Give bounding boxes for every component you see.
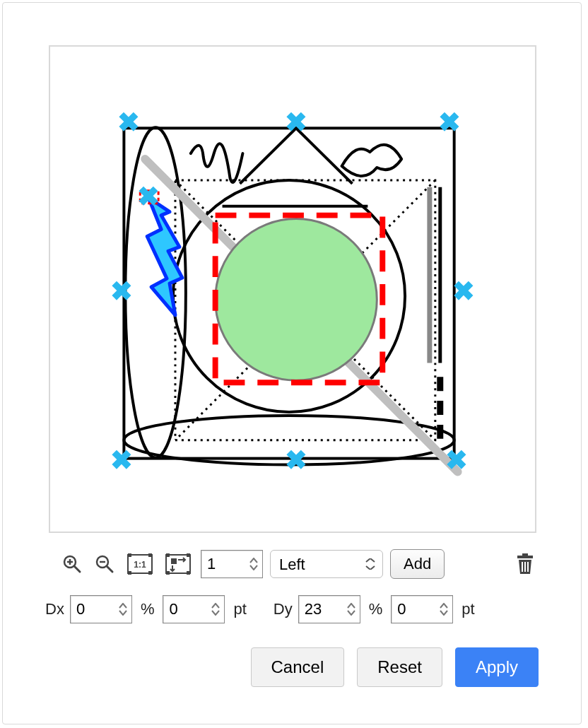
dx-percent-stepper[interactable] — [114, 596, 131, 623]
dialog-button-row: Cancel Reset Apply — [3, 623, 581, 687]
chevron-up-icon — [440, 603, 448, 609]
handle-marker[interactable]: ✖ — [452, 276, 475, 306]
chevron-up-icon — [119, 603, 127, 609]
edit-offsets-dialog: ✖ ✖ ✖ ✖ ✖ ✖ ✖ ✖ ✖ — [2, 2, 582, 724]
dx-pt-input[interactable] — [163, 596, 207, 623]
toolbar: 1:1 Left Add — [3, 546, 581, 582]
dx-percent-input[interactable] — [71, 596, 114, 623]
chevron-up-icon — [211, 603, 220, 609]
dy-percent-spinner[interactable] — [298, 595, 360, 623]
svg-rect-24 — [148, 553, 152, 557]
handle-marker[interactable]: ✖ — [285, 445, 307, 475]
delete-button[interactable] — [512, 550, 539, 578]
chevron-down-icon — [440, 610, 448, 616]
pt-unit-2: pt — [459, 600, 477, 618]
svg-rect-30 — [187, 553, 190, 557]
chevron-down-icon — [211, 610, 220, 616]
chevron-down-icon — [347, 610, 355, 616]
svg-rect-31 — [166, 571, 170, 575]
zoom-fit-button[interactable] — [163, 550, 194, 578]
offset-row: Dx % pt Dy % — [3, 582, 581, 623]
cancel-button[interactable]: Cancel — [251, 647, 345, 687]
handle-marker[interactable]: ✖ — [110, 276, 133, 306]
zoom-in-button[interactable] — [59, 551, 85, 577]
svg-rect-23 — [128, 553, 131, 557]
svg-rect-35 — [522, 553, 528, 556]
svg-rect-29 — [166, 553, 170, 557]
zoom-1to1-icon: 1:1 — [127, 553, 153, 575]
zoom-out-button[interactable] — [92, 551, 117, 577]
percent-unit-2: % — [366, 600, 386, 618]
trash-icon — [514, 553, 536, 575]
chevron-up-icon — [249, 558, 258, 563]
zoom-in-icon — [62, 554, 82, 574]
add-button[interactable]: Add — [390, 549, 445, 579]
count-spinner[interactable] — [201, 550, 263, 578]
chevron-down-icon — [119, 610, 127, 616]
svg-rect-26 — [148, 571, 152, 575]
dy-label: Dy — [274, 600, 293, 618]
svg-point-9 — [216, 219, 377, 381]
handle-marker[interactable]: ✖ — [285, 107, 307, 137]
svg-line-20 — [107, 566, 112, 572]
dx-label: Dx — [45, 600, 64, 618]
dy-percent-input[interactable] — [299, 596, 343, 623]
chevron-up-icon — [347, 603, 355, 609]
svg-rect-33 — [171, 558, 177, 564]
count-stepper[interactable] — [245, 551, 262, 577]
dx-pt-spinner[interactable] — [163, 595, 225, 623]
count-input[interactable] — [201, 551, 245, 577]
preview-svg: ✖ ✖ ✖ ✖ ✖ ✖ ✖ ✖ ✖ — [50, 47, 535, 532]
dy-pt-input[interactable] — [392, 596, 435, 623]
reset-button[interactable]: Reset — [357, 647, 442, 687]
svg-rect-28 — [166, 555, 190, 573]
zoom-fit-icon — [165, 553, 191, 575]
svg-text:1:1: 1:1 — [134, 560, 146, 570]
apply-button[interactable]: Apply — [455, 647, 539, 687]
svg-line-16 — [74, 566, 80, 572]
chevron-down-icon — [249, 565, 258, 570]
position-select[interactable]: Left — [270, 550, 383, 578]
handle-marker[interactable]: ✖ — [137, 182, 160, 211]
handle-marker[interactable]: ✖ — [110, 445, 133, 475]
svg-rect-34 — [517, 556, 533, 558]
svg-rect-32 — [187, 571, 190, 575]
zoom-out-icon — [95, 554, 114, 574]
handle-marker[interactable]: ✖ — [117, 107, 140, 137]
zoom-1to1-button[interactable]: 1:1 — [124, 550, 155, 578]
handle-marker[interactable]: ✖ — [445, 445, 468, 475]
dy-pt-stepper[interactable] — [435, 596, 452, 623]
dy-percent-stepper[interactable] — [343, 596, 360, 623]
handle-marker[interactable]: ✖ — [438, 107, 461, 137]
dx-pt-stepper[interactable] — [207, 596, 224, 623]
dy-pt-spinner[interactable] — [391, 595, 453, 623]
dx-percent-spinner[interactable] — [70, 595, 132, 623]
percent-unit: % — [138, 600, 158, 618]
svg-rect-25 — [128, 571, 131, 575]
preview-canvas[interactable]: ✖ ✖ ✖ ✖ ✖ ✖ ✖ ✖ ✖ — [49, 45, 536, 533]
pt-unit: pt — [230, 600, 249, 618]
